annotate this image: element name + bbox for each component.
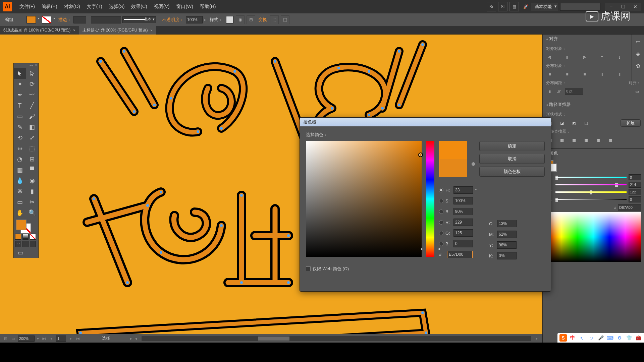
fill-color[interactable] bbox=[16, 220, 26, 230]
crop-icon[interactable]: ▦ bbox=[582, 136, 590, 144]
isolate-icon[interactable]: ⬚ bbox=[270, 15, 279, 24]
align-right-icon[interactable]: ⫸ bbox=[581, 54, 588, 61]
last-page-icon[interactable]: ⏭ bbox=[75, 336, 81, 342]
menu-help[interactable]: 帮助(H) bbox=[197, 4, 219, 10]
y-input[interactable] bbox=[497, 241, 517, 249]
menu-select[interactable]: 选择(S) bbox=[106, 4, 128, 10]
brushes-icon[interactable]: ✿ bbox=[634, 61, 642, 70]
gradient-tool[interactable]: ▀ bbox=[26, 165, 38, 175]
pencil-tool[interactable]: ✎ bbox=[14, 122, 26, 132]
color-spectrum[interactable] bbox=[545, 212, 641, 262]
ime-settings-icon[interactable]: ⚙ bbox=[616, 334, 623, 342]
doc-tab-2[interactable]: 未标题-1* @ 200% (RGB/GPU 预览)× bbox=[79, 26, 156, 35]
b-input[interactable] bbox=[453, 208, 473, 215]
zoom-out-icon[interactable]: ⊟ bbox=[3, 336, 9, 342]
selection-tool[interactable] bbox=[14, 68, 26, 79]
menu-object[interactable]: 对象(O) bbox=[61, 4, 84, 10]
doc-tab-1[interactable]: 618成品.ai @ 100% (RGB/GPU 预览)× bbox=[0, 26, 79, 35]
hand-tool[interactable]: ✋ bbox=[14, 207, 26, 218]
gpu-icon[interactable]: 🚀 bbox=[521, 2, 530, 11]
artboard-tool[interactable]: ▭ bbox=[14, 197, 26, 207]
shape-builder-tool[interactable]: ◔ bbox=[14, 154, 26, 165]
distribute-left-icon[interactable]: ⦀ bbox=[598, 71, 606, 78]
minus-back-icon[interactable]: ▦ bbox=[606, 136, 614, 144]
slice-tool[interactable]: ✂ bbox=[26, 197, 38, 207]
stroke-weight-input[interactable] bbox=[73, 16, 86, 23]
align-left-icon[interactable]: ⫷ bbox=[546, 54, 553, 61]
variable-width-profile[interactable] bbox=[91, 16, 121, 23]
ime-toolbar[interactable]: S 中 •ˌ ☺ 🎤 ⌨ ⚙ 👕 🧰 bbox=[557, 333, 644, 343]
align-icon[interactable]: ⊞ bbox=[247, 15, 255, 24]
none-mode-icon[interactable] bbox=[30, 234, 36, 240]
free-transform-tool[interactable]: ⬚ bbox=[26, 143, 38, 154]
align-panel-tab[interactable]: 对齐 bbox=[543, 35, 644, 43]
outline-icon[interactable]: ▦ bbox=[594, 136, 602, 144]
align-vcenter-icon[interactable]: ⫰ bbox=[616, 54, 623, 61]
ime-lang-icon[interactable]: 中 bbox=[569, 334, 576, 342]
ime-skin-icon[interactable]: 👕 bbox=[625, 334, 633, 342]
ime-punct-icon[interactable]: •ˌ bbox=[578, 334, 586, 342]
gradient-mode-icon[interactable] bbox=[22, 234, 29, 240]
fill-stroke-swatches[interactable] bbox=[14, 218, 38, 233]
brush-definition[interactable] bbox=[122, 16, 156, 23]
blend-tool[interactable]: ◉ bbox=[26, 175, 38, 186]
m-input[interactable] bbox=[497, 231, 517, 238]
edit-contents-icon[interactable]: ⬚ bbox=[281, 15, 289, 24]
rectangle-tool[interactable]: ▭ bbox=[14, 111, 26, 122]
eyedropper-tool[interactable]: 💧 bbox=[14, 175, 26, 186]
panel-hex-input[interactable] bbox=[618, 204, 641, 210]
menu-file[interactable]: 文件(F) bbox=[16, 4, 38, 10]
window-close-button[interactable]: ✕ bbox=[629, 3, 641, 11]
ime-voice-icon[interactable]: 🎤 bbox=[597, 334, 604, 342]
recolor-icon[interactable]: ◉ bbox=[236, 15, 245, 24]
close-icon[interactable]: × bbox=[73, 28, 75, 32]
line-tool[interactable]: ╱ bbox=[26, 100, 38, 111]
direct-selection-tool[interactable] bbox=[26, 68, 38, 79]
dialog-title[interactable]: 拾色器 bbox=[300, 118, 551, 126]
next-page-icon[interactable]: ▸ bbox=[68, 336, 74, 342]
draw-inside-icon[interactable] bbox=[30, 241, 36, 247]
curvature-tool[interactable]: 〰 bbox=[26, 89, 38, 100]
ok-button[interactable]: 确定 bbox=[479, 141, 545, 151]
draw-behind-icon[interactable] bbox=[22, 241, 29, 247]
first-page-icon[interactable]: ⏮ bbox=[41, 336, 47, 342]
menu-view[interactable]: 视图(V) bbox=[151, 4, 173, 10]
exclude-icon[interactable]: ◫ bbox=[582, 119, 590, 127]
spacing-input[interactable] bbox=[565, 88, 583, 95]
artboard-nav-input[interactable] bbox=[56, 336, 66, 342]
stock-icon[interactable]: St bbox=[498, 2, 507, 11]
distribute-vcenter-icon[interactable]: ≡ bbox=[564, 71, 571, 78]
menu-effect[interactable]: 效果(C) bbox=[128, 4, 150, 10]
zoom-popup-icon[interactable]: ▭ bbox=[10, 336, 16, 342]
draw-normal-icon[interactable]: ▭ bbox=[15, 241, 21, 247]
screen-mode-icon[interactable]: ▭ bbox=[15, 248, 26, 257]
cancel-button[interactable]: 取消 bbox=[479, 154, 545, 164]
hex-input[interactable] bbox=[447, 251, 473, 258]
color-panel-tab[interactable]: 颜色 bbox=[543, 149, 644, 158]
zoom-tool[interactable]: 🔍 bbox=[26, 207, 38, 218]
scale-tool[interactable]: ⤢ bbox=[26, 132, 38, 143]
web-only-checkbox[interactable] bbox=[306, 266, 311, 271]
graphic-style-swatch[interactable] bbox=[226, 16, 233, 23]
color-mode-icon[interactable] bbox=[15, 234, 21, 240]
transform-label[interactable]: 变换 bbox=[258, 17, 267, 23]
stroke-color-swatch[interactable] bbox=[42, 16, 51, 23]
align-top-icon[interactable]: ⫯ bbox=[598, 54, 606, 61]
b-radio[interactable] bbox=[439, 209, 443, 214]
distribute-bottom-icon[interactable]: ≡ bbox=[581, 71, 588, 78]
h-radio[interactable] bbox=[439, 188, 443, 192]
h-input[interactable] bbox=[453, 186, 473, 194]
r-input[interactable] bbox=[453, 219, 473, 226]
magic-wand-tool[interactable]: ✦ bbox=[14, 79, 26, 89]
saturation-value-field[interactable] bbox=[306, 141, 422, 257]
lasso-tool[interactable]: ⟳ bbox=[26, 79, 38, 89]
minus-front-icon[interactable]: ◪ bbox=[558, 119, 566, 127]
current-color-swatch[interactable] bbox=[439, 159, 467, 177]
collapse-icon[interactable]: ◂◂ bbox=[30, 63, 33, 68]
ime-emoji-icon[interactable]: ☺ bbox=[588, 334, 595, 342]
pathfinder-panel-tab[interactable]: 路径查找器 bbox=[543, 100, 644, 109]
workspace-switcher[interactable]: 基本功能 bbox=[531, 3, 558, 11]
m-value-input[interactable] bbox=[629, 182, 641, 188]
expand-button[interactable]: 扩展 bbox=[621, 119, 641, 127]
bb-input[interactable] bbox=[453, 240, 473, 247]
